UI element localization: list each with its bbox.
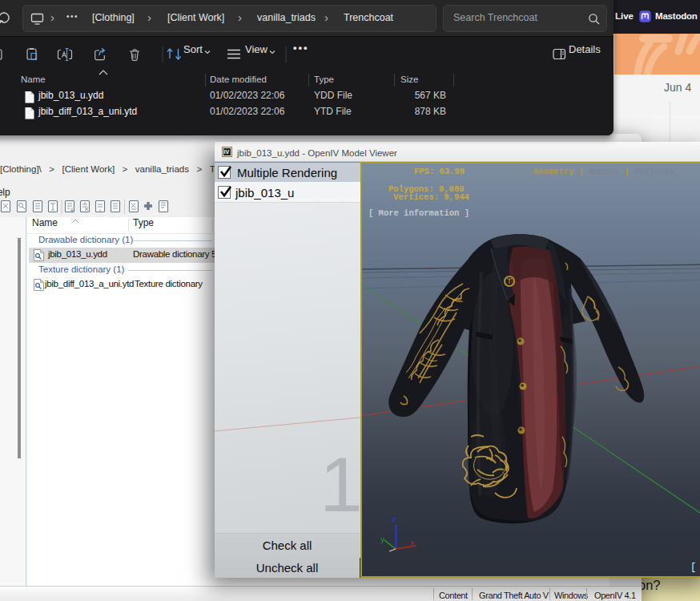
svg-text:x: x bbox=[410, 539, 414, 547]
svg-text:z: z bbox=[392, 516, 396, 524]
svg-text:[: [ bbox=[690, 562, 696, 573]
svg-text:IV: IV bbox=[224, 149, 230, 155]
svg-text:y: y bbox=[380, 536, 385, 544]
